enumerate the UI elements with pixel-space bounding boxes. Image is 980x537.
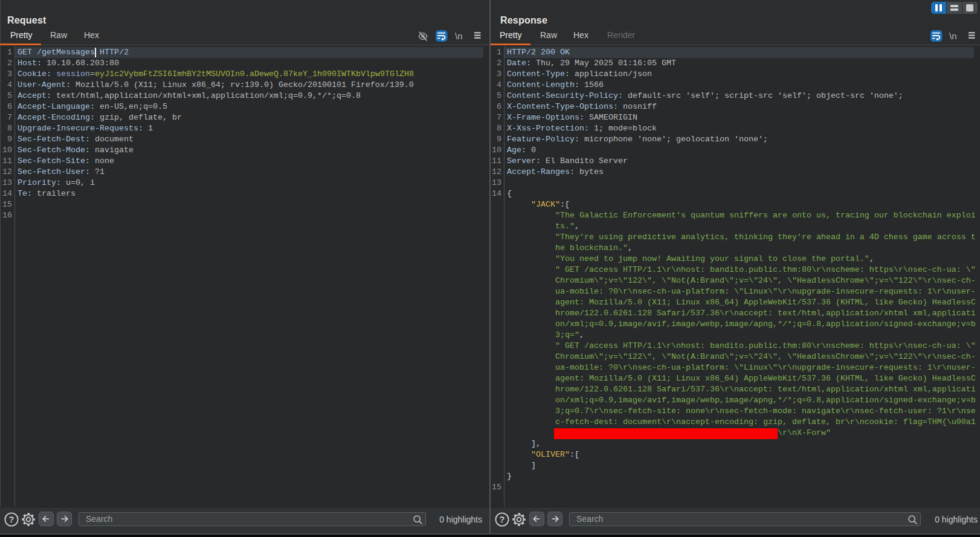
svg-text:?: ?: [9, 515, 15, 524]
svg-text:?: ?: [500, 515, 505, 524]
